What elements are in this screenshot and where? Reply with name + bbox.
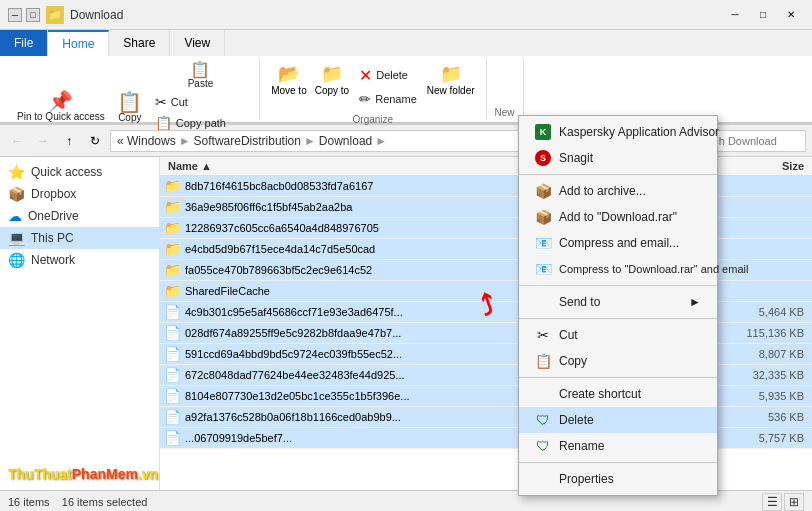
file-name: fa055ce470b789663bf5c2ec9e614c52 <box>185 264 522 276</box>
ctx-cut-label: Cut <box>559 328 578 342</box>
file-icon: 📄 <box>164 304 181 320</box>
ctx-compress-download-email[interactable]: 📧 Compress to "Download.rar" and email <box>519 256 717 282</box>
copy-to-btn[interactable]: 📁 Copy to <box>312 60 352 112</box>
file-name: ...06709919de5bef7... <box>185 432 522 444</box>
path-seg-2: SoftwareDistribution <box>194 134 301 148</box>
rename-btn[interactable]: ✏ Rename <box>354 89 422 109</box>
refresh-btn[interactable]: ↻ <box>84 130 106 152</box>
delete-label: Delete <box>376 69 408 81</box>
delete-rename-col: ✕ Delete ✏ Rename <box>354 64 422 109</box>
tab-view[interactable]: View <box>170 30 225 56</box>
path-seg-3: Download <box>319 134 372 148</box>
copy-btn[interactable]: 📋 Copy <box>112 81 148 133</box>
large-icons-view-btn[interactable]: ⊞ <box>784 493 804 511</box>
ctx-send-to-label: Send to <box>559 295 600 309</box>
title-bar-controls[interactable]: ─ □ <box>8 8 40 22</box>
minimize-btn[interactable]: ─ <box>8 8 22 22</box>
ctx-add-archive[interactable]: 📦 Add to archive... <box>519 178 717 204</box>
ctx-add-archive-label: Add to archive... <box>559 184 646 198</box>
send-to-icon <box>535 294 551 310</box>
ctx-cut[interactable]: ✂ Cut <box>519 322 717 348</box>
ctx-delete[interactable]: 🛡 Delete <box>519 407 717 433</box>
ctx-send-to[interactable]: Send to ► <box>519 289 717 315</box>
file-name: SharedFileCache <box>185 285 522 297</box>
copy-icon: 📋 <box>117 92 142 112</box>
path-arrow-1: ► <box>179 134 191 148</box>
ctx-snagit[interactable]: S Snagit <box>519 145 717 171</box>
window-title: Download <box>70 8 123 22</box>
maximize-window-btn[interactable]: □ <box>750 5 776 25</box>
close-window-btn[interactable]: ✕ <box>778 5 804 25</box>
onedrive-label: OneDrive <box>28 209 79 223</box>
rename-icon: ✏ <box>359 91 371 107</box>
window-buttons[interactable]: ─ □ ✕ <box>722 5 804 25</box>
nav-item-onedrive[interactable]: ☁ OneDrive <box>0 205 159 227</box>
move-label: Move to <box>271 85 307 96</box>
quick-access-icon: ⭐ <box>8 164 25 180</box>
this-pc-icon: 💻 <box>8 230 25 246</box>
back-btn[interactable]: ← <box>6 130 28 152</box>
col-header-size[interactable]: Size <box>732 160 812 172</box>
new-folder-btn[interactable]: 📁 New folder <box>424 60 478 112</box>
rar-icon: 📦 <box>535 209 551 225</box>
new-folder-icon: 📁 <box>440 63 462 85</box>
pin-label: Pin to Quick access <box>17 111 105 123</box>
cut-ctx-icon: ✂ <box>535 327 551 343</box>
file-name: 36a9e985f06ff6c1f5bf45ab2aa2ba <box>185 201 522 213</box>
col-header-name[interactable]: Name ▲ <box>160 160 522 172</box>
ctx-properties-label: Properties <box>559 472 614 486</box>
ctx-sep-3 <box>519 318 717 319</box>
ctx-compress-email-label: Compress and email... <box>559 236 679 250</box>
compress-email-icon: 📧 <box>535 235 551 251</box>
file-size: 8,807 KB <box>732 348 812 360</box>
details-view-btn[interactable]: ☰ <box>762 493 782 511</box>
paste-label: Paste <box>188 78 214 89</box>
nav-item-dropbox[interactable]: 📦 Dropbox <box>0 183 159 205</box>
ctx-delete-label: Delete <box>559 413 594 427</box>
nav-item-this-pc[interactable]: 💻 This PC <box>0 227 159 249</box>
cut-btn[interactable]: ✂ Cut <box>150 92 251 112</box>
new-group: New <box>487 58 524 120</box>
forward-btn[interactable]: → <box>32 130 54 152</box>
delete-ctx-icon: 🛡 <box>535 412 551 428</box>
nav-item-network[interactable]: 🌐 Network <box>0 249 159 271</box>
minimize-window-btn[interactable]: ─ <box>722 5 748 25</box>
ctx-sep-1 <box>519 174 717 175</box>
ctx-kaspersky[interactable]: K Kaspersky Application Advisor <box>519 119 717 145</box>
folder-icon: 📁 <box>164 220 181 236</box>
up-btn[interactable]: ↑ <box>58 130 80 152</box>
ctx-rename-label: Rename <box>559 439 604 453</box>
paste-btn[interactable]: 📋 Paste <box>150 60 251 90</box>
maximize-btn[interactable]: □ <box>26 8 40 22</box>
move-icon: 📂 <box>278 63 300 85</box>
dropbox-icon: 📦 <box>8 186 25 202</box>
organize-group: 📂 Move to 📁 Copy to ✕ Delete ✏ Rename <box>260 58 486 120</box>
tab-share[interactable]: Share <box>109 30 170 56</box>
move-to-btn[interactable]: 📂 Move to <box>268 60 310 112</box>
ctx-create-shortcut[interactable]: Create shortcut <box>519 381 717 407</box>
pin-quick-access-btn[interactable]: 📌 Pin to Quick access <box>12 81 110 133</box>
ctx-add-download-rar[interactable]: 📦 Add to "Download.rar" <box>519 204 717 230</box>
file-name: 12286937c605cc6a6540a4d848976705 <box>185 222 522 234</box>
kaspersky-icon: K <box>535 124 551 140</box>
delete-btn[interactable]: ✕ Delete <box>354 64 422 87</box>
organize-items: 📂 Move to 📁 Copy to ✕ Delete ✏ Rename <box>268 60 477 112</box>
selected-count: 16 items selected <box>62 496 148 508</box>
ctx-properties[interactable]: Properties <box>519 466 717 492</box>
archive-icon: 📦 <box>535 183 551 199</box>
tab-file[interactable]: File <box>0 30 48 56</box>
ctx-copy[interactable]: 📋 Copy <box>519 348 717 374</box>
file-icon: 📄 <box>164 325 181 341</box>
ctx-rename[interactable]: 🛡 Rename <box>519 433 717 459</box>
file-size: 5,464 KB <box>732 306 812 318</box>
snagit-icon: S <box>535 150 551 166</box>
ctx-compress-email[interactable]: 📧 Compress and email... <box>519 230 717 256</box>
ctx-snagit-label: Snagit <box>559 151 593 165</box>
copy-to-icon: 📁 <box>321 63 343 85</box>
tab-home[interactable]: Home <box>48 30 109 56</box>
copy-label: Copy <box>118 112 141 123</box>
nav-item-quick-access[interactable]: ⭐ Quick access <box>0 161 159 183</box>
copy-ctx-icon: 📋 <box>535 353 551 369</box>
ctx-sep-5 <box>519 462 717 463</box>
folder-icon: 📁 <box>164 199 181 215</box>
